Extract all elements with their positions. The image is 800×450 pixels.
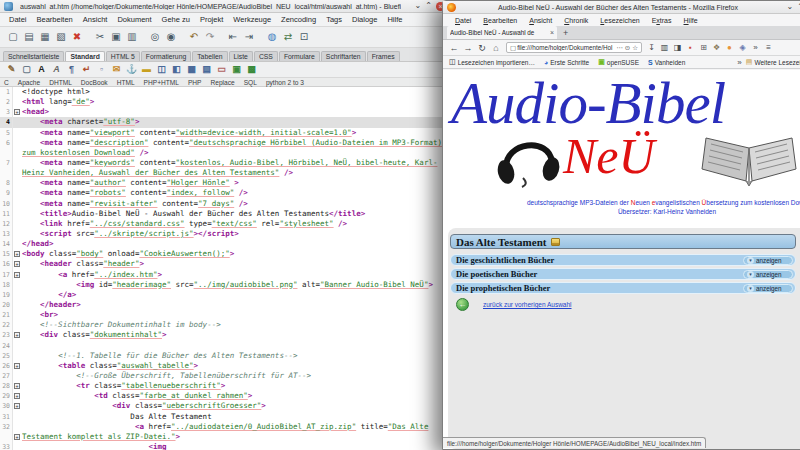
menu-item-hilfe[interactable]: Hilfe <box>678 17 704 24</box>
paste-icon[interactable]: ▥ <box>124 29 140 45</box>
menu-item-datei[interactable]: Datei <box>4 15 32 24</box>
fold-marker-icon[interactable]: + <box>14 261 20 267</box>
mailto-icon[interactable]: ✉ <box>109 63 124 76</box>
zip-download-icon[interactable] <box>551 238 560 246</box>
cut-icon[interactable]: ✂ <box>92 29 108 45</box>
unindent-icon[interactable]: ⇤ <box>225 29 241 45</box>
minimize-button[interactable]: ⌄ <box>787 2 794 12</box>
quickbar-tab-tabellen[interactable]: Tabellen <box>192 51 227 62</box>
quickbar-tab-formatierung[interactable]: Formatierung <box>141 51 191 62</box>
fullscreen-icon[interactable]: ⊡ <box>296 29 312 45</box>
snippet-tab-python-2-to-3[interactable]: python 2 to 3 <box>266 79 304 86</box>
pocket-icon[interactable]: ⊙ <box>625 44 630 52</box>
body-icon[interactable]: ▢ <box>19 63 34 76</box>
anzeigen-button[interactable]: ▾anzeigen <box>743 270 793 279</box>
new-document-icon[interactable]: ▢ <box>5 29 21 45</box>
close-document-icon[interactable]: ✖ <box>69 29 85 45</box>
overflow-chevron-icon[interactable]: » <box>749 43 762 52</box>
image-icon[interactable]: ▣ <box>229 63 244 76</box>
devtools-icon[interactable]: ◈ <box>736 43 749 52</box>
snippet-tab-docbook[interactable]: DocBook <box>81 79 108 86</box>
page-actions-icon[interactable]: ⋯ <box>616 44 623 52</box>
quickbar-tab-html-5[interactable]: HTML 5 <box>106 51 140 62</box>
browser-tab[interactable]: Audio-Bibel NeÜ - Auswahl de × <box>447 26 557 39</box>
library-icon[interactable]: ▥ <box>658 43 671 52</box>
menu-item-lesezeichen[interactable]: Lesezeichen <box>594 17 645 24</box>
reload-icon[interactable]: ↻ <box>475 43 489 53</box>
menu-item-chronik[interactable]: Chronik <box>558 17 594 24</box>
snippet-tab-apache[interactable]: Apache <box>18 79 40 86</box>
thumbnail-icon[interactable]: ▩ <box>244 63 259 76</box>
quickbar-tab-schriftarten[interactable]: Schriftarten <box>321 51 366 62</box>
find-icon[interactable]: ◎ <box>147 29 163 45</box>
extension-icon[interactable]: ❖ <box>710 43 723 52</box>
anzeigen-button[interactable]: ▾anzeigen <box>743 256 793 265</box>
fold-marker-icon[interactable]: + <box>14 272 20 278</box>
menu-item-hilfe[interactable]: Hilfe <box>382 15 407 24</box>
forward-icon[interactable]: → <box>461 43 475 53</box>
firefox-titlebar[interactable]: Audio-Bibel NeÜ - Auswahl der Bücher des… <box>443 1 800 14</box>
minimize-button[interactable]: ⌄ <box>415 1 422 11</box>
back-link[interactable]: zurück zur vorherigen Auswahl <box>483 301 572 308</box>
snippet-tab-dhtml[interactable]: DHTML <box>49 79 72 86</box>
table-icon[interactable]: ▦ <box>184 63 199 76</box>
fold-marker-icon[interactable]: + <box>14 109 20 115</box>
paragraph-icon[interactable]: ¶ <box>64 63 79 76</box>
anzeigen-button[interactable]: ▾anzeigen <box>743 284 793 293</box>
iframe-icon[interactable]: ◧ <box>169 63 184 76</box>
quickbar-tab-schnellstartleiste[interactable]: Schnellstartleiste <box>3 51 64 62</box>
new-tab-button[interactable]: + <box>563 27 568 39</box>
code-editor[interactable]: 1<!doctype html>2<html lang="de">3+<head… <box>0 87 449 450</box>
nbsp-icon[interactable]: ▫ <box>94 63 109 76</box>
snippet-tab-sql[interactable]: SQL <box>244 79 257 86</box>
fold-marker-icon[interactable]: + <box>14 251 20 257</box>
fold-marker-icon[interactable]: + <box>14 363 20 369</box>
menu-item-bearbeiten[interactable]: Bearbeiten <box>477 17 523 24</box>
italic-icon[interactable]: A <box>49 63 64 76</box>
menu-item-dokument[interactable]: Dokument <box>112 15 156 24</box>
indent-icon[interactable]: ⇥ <box>241 29 257 45</box>
anchor-icon[interactable]: ⚓ <box>124 63 139 76</box>
undo-icon[interactable]: ↶ <box>186 29 202 45</box>
save-icon[interactable]: ▦ <box>37 29 53 45</box>
screenshot-extension-icon[interactable]: ▪ <box>684 43 697 52</box>
fold-marker-icon[interactable]: + <box>14 403 20 409</box>
quickbar-tab-css[interactable]: CSS <box>254 51 278 62</box>
redo-icon[interactable]: ↷ <box>202 29 218 45</box>
snippet-tab-html[interactable]: HTML <box>117 79 135 86</box>
bookmark-weitere-lesezeichen[interactable]: ▤ Weitere Lesezeichen <box>746 58 800 66</box>
bluefish-titlebar[interactable]: auswahl_at.htm (/home/holger/Dokumente/H… <box>0 0 449 13</box>
menu-item-extras[interactable]: Extras <box>646 17 678 24</box>
menu-item-ansicht[interactable]: Ansicht <box>78 15 113 24</box>
bookmark-opensuse[interactable]: ▣openSUSE <box>598 58 639 66</box>
fold-marker-icon[interactable]: + <box>14 332 20 338</box>
preview-browser-icon[interactable]: ◍ <box>264 29 280 45</box>
ublock-icon[interactable]: ● <box>723 43 736 52</box>
comment-icon[interactable]: ▭ <box>214 63 229 76</box>
menu-item-ansicht[interactable]: Ansicht <box>523 17 558 24</box>
url-text[interactable]: file:///home/holger/Dokumente/Hol <box>517 44 615 51</box>
url-bar[interactable]: ▢ file:///home/holger/Dokumente/Hol ⋯ ⊙ … <box>506 42 642 53</box>
snippet-tab-replace[interactable]: Replace <box>211 79 235 86</box>
open-file-icon[interactable]: ▤ <box>21 29 37 45</box>
tab-close-icon[interactable]: × <box>550 29 554 36</box>
fold-marker-icon[interactable]: + <box>14 393 20 399</box>
bookmark-import[interactable]: ◫Lesezeichen importieren… <box>449 58 535 66</box>
find-replace-icon[interactable]: ◉ <box>163 29 179 45</box>
snippet-tab-php-html[interactable]: PHP+HTML <box>144 79 179 86</box>
frame-icon[interactable]: ◫ <box>154 63 169 76</box>
quickbar-tab-liste[interactable]: Liste <box>229 51 253 62</box>
hrule-icon[interactable]: ▬ <box>139 63 154 76</box>
save-as-icon[interactable]: ▧ <box>53 29 69 45</box>
maximize-button[interactable]: ⌃ <box>425 1 432 11</box>
menu-item-projekt[interactable]: Projekt <box>195 15 228 24</box>
download-icon[interactable]: ↧ <box>645 43 658 52</box>
bookmark-vanheiden[interactable]: SVanheiden <box>648 59 685 66</box>
linebreak-icon[interactable]: ↵ <box>79 63 94 76</box>
tiles-extension-icon[interactable]: ⊞ <box>697 43 710 52</box>
quickbar-tab-formulare[interactable]: Formulare <box>279 51 320 62</box>
back-icon[interactable]: ← <box>447 43 461 53</box>
bold-icon[interactable]: A <box>34 63 49 76</box>
menu-item-datei[interactable]: Datei <box>449 17 477 24</box>
sidebar-icon[interactable]: ◨ <box>671 43 684 52</box>
